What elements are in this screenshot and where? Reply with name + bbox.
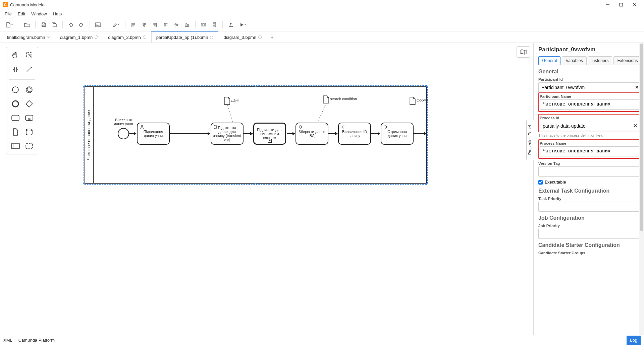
resize-handle[interactable] (426, 85, 428, 87)
tab-diagram-3[interactable]: diagram_3.bpmn (218, 31, 267, 43)
run-button[interactable] (237, 20, 249, 29)
color-button[interactable] (110, 20, 122, 29)
tab-partial-update[interactable]: partialUpdate_bp (1).bpmn (151, 31, 219, 43)
clear-icon[interactable]: ✕ (634, 123, 637, 128)
distribute-h-button[interactable] (199, 20, 208, 29)
hand-tool-icon[interactable] (11, 51, 20, 60)
image-button[interactable] (93, 20, 103, 29)
lasso-tool-icon[interactable] (24, 51, 34, 60)
process-name-input[interactable]: Часткове оновлення даних (540, 146, 639, 156)
bpmn-user-task[interactable]: Підписання даних учня (137, 123, 170, 145)
tab-extensions[interactable]: Extensions (613, 56, 641, 65)
open-file-button[interactable] (22, 20, 32, 29)
task-label: Підписання даних учня (139, 130, 168, 138)
resize-handle[interactable] (426, 183, 428, 185)
deploy-button[interactable] (226, 20, 235, 29)
maximize-button[interactable] (614, 0, 628, 9)
task-priority-input[interactable] (538, 202, 641, 212)
bpmn-script-task[interactable]: Підготовка даних для запису (transient v… (211, 123, 244, 145)
svg-rect-13 (154, 23, 156, 24)
bpmn-service-task[interactable]: Отримання даних учня (381, 123, 414, 145)
bpmn-pool[interactable]: Часткове оновлення даних Внесення даних … (85, 86, 427, 184)
svg-rect-45 (11, 144, 19, 148)
intermediate-event-icon[interactable] (24, 85, 34, 94)
redo-button[interactable] (77, 20, 86, 29)
process-id-input[interactable] (540, 121, 639, 131)
document-tabs: finalkdiagram.bpmn× diagram_1.bpmn diagr… (0, 31, 644, 43)
connect-tool-icon[interactable] (24, 65, 34, 74)
task-icon[interactable] (11, 113, 20, 123)
participant-name-input[interactable]: Часткове оновлення даних (540, 99, 639, 110)
save-button[interactable] (39, 20, 48, 29)
sequence-flow[interactable] (287, 133, 295, 134)
align-left-button[interactable] (129, 20, 138, 29)
resize-handle[interactable] (83, 183, 85, 185)
menu-edit[interactable]: Edit (15, 10, 28, 18)
svg-point-34 (12, 87, 18, 93)
tab-diagram-1[interactable]: diagram_1.bpmn (55, 31, 103, 43)
save-all-button[interactable] (50, 20, 59, 29)
undo-button[interactable] (66, 20, 75, 29)
bpmn-data-object[interactable] (224, 97, 230, 105)
data-association[interactable] (227, 105, 233, 122)
tab-variables[interactable]: Variables (562, 56, 586, 65)
resize-handle[interactable] (255, 183, 257, 185)
bpmn-data-object[interactable] (410, 97, 416, 105)
sequence-flow[interactable] (414, 133, 426, 134)
align-center-v-button[interactable] (172, 20, 181, 29)
data-object-icon[interactable] (11, 127, 20, 137)
tab-general[interactable]: General (538, 56, 560, 65)
sequence-flow[interactable] (328, 133, 337, 134)
diagram-canvas[interactable]: Часткове оновлення даних Внесення даних … (41, 43, 533, 335)
align-top-button[interactable] (161, 20, 170, 29)
bpmn-service-task[interactable]: Визначення ID запису (338, 123, 371, 145)
job-priority-input[interactable] (538, 229, 641, 239)
close-icon[interactable]: × (47, 34, 50, 40)
minimap-button[interactable] (517, 46, 530, 58)
minimize-button[interactable] (601, 0, 614, 9)
scrollbar-thumb[interactable] (640, 44, 643, 231)
properties-panel-toggle[interactable]: Properties Panel (526, 120, 534, 160)
bpmn-service-task[interactable]: Зберегти дані в БД (296, 123, 328, 145)
space-tool-icon[interactable] (11, 65, 20, 74)
scrollbar[interactable] (639, 43, 644, 335)
subprocess-icon[interactable] (24, 113, 34, 123)
section-job: Job Configuration (538, 215, 641, 221)
sequence-flow[interactable] (129, 133, 136, 134)
close-window-button[interactable] (628, 0, 641, 9)
bpmn-call-activity[interactable]: Підписати дані системним ключем + (253, 123, 286, 145)
tab-finalkdiagram[interactable]: finalkdiagram.bpmn× (2, 31, 55, 43)
sequence-flow[interactable] (244, 133, 253, 134)
dirty-indicator-icon (95, 36, 98, 39)
executable-checkbox[interactable] (538, 180, 543, 185)
version-tag-input[interactable] (538, 166, 641, 177)
bpmn-data-object[interactable] (323, 95, 329, 104)
align-center-h-button[interactable] (140, 20, 149, 29)
sequence-flow[interactable] (371, 133, 380, 134)
data-store-icon[interactable] (24, 127, 34, 137)
gateway-icon[interactable] (24, 99, 34, 109)
participant-id-input[interactable] (538, 82, 641, 92)
tab-listeners[interactable]: Listeners (588, 56, 612, 65)
align-bottom-button[interactable] (182, 20, 192, 29)
dirty-indicator-icon (258, 36, 262, 39)
data-association[interactable] (318, 104, 326, 121)
new-file-button[interactable] (3, 20, 15, 29)
distribute-v-button[interactable] (210, 20, 219, 29)
menu-file[interactable]: File (2, 10, 14, 18)
bpmn-start-event[interactable] (118, 128, 129, 139)
pool-icon[interactable] (11, 141, 20, 151)
menu-help[interactable]: Help (50, 10, 65, 18)
align-right-button[interactable] (150, 20, 160, 29)
start-event-icon[interactable] (11, 85, 20, 94)
svg-point-37 (12, 101, 18, 107)
menu-window[interactable]: Window (29, 10, 49, 18)
group-icon[interactable] (24, 141, 34, 151)
end-event-icon[interactable] (11, 99, 20, 109)
pool-label[interactable]: Часткове оновлення даних (85, 87, 94, 183)
clear-icon[interactable]: ✕ (635, 85, 639, 90)
sequence-flow[interactable] (170, 133, 210, 134)
resize-handle[interactable] (255, 85, 257, 87)
tab-diagram-2[interactable]: diagram_2.bpmn (103, 31, 151, 43)
new-tab-button[interactable]: + (267, 31, 278, 43)
